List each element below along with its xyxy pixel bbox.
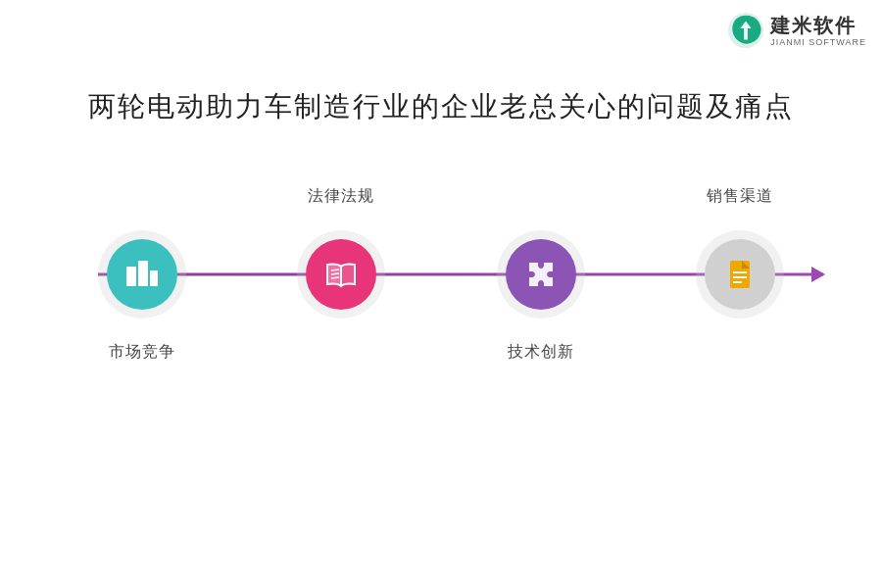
logo-text: 建米软件 JIANMI SOFTWARE [770,14,866,48]
svg-rect-6 [129,275,131,278]
circle-inner-sales [705,239,775,310]
svg-rect-10 [141,270,143,273]
svg-rect-3 [150,270,158,286]
timeline-item-law: 法律法规 [297,230,385,318]
circle-outer-market [98,230,186,318]
label-law: 法律法规 [308,186,374,207]
svg-line-15 [331,270,339,270]
logo-icon [727,12,764,49]
svg-rect-11 [145,270,147,273]
svg-rect-5 [133,270,135,273]
document-icon [722,257,758,292]
svg-rect-4 [129,270,131,273]
svg-line-17 [331,277,339,278]
circle-outer-sales [696,230,784,318]
circle-inner-tech [506,239,576,310]
circle-outer-law [297,230,385,318]
svg-rect-7 [133,275,135,278]
svg-line-16 [331,273,339,274]
puzzle-icon [523,257,559,292]
circle-inner-law [306,239,376,310]
page-title: 两轮电动助力车制造行业的企业老总关心的问题及痛点 [0,88,882,125]
circle-outer-tech [497,230,585,318]
svg-rect-8 [141,265,143,268]
label-sales: 销售渠道 [707,186,773,207]
timeline-item-sales: 销售渠道 [696,230,784,318]
label-market: 市场竞争 [109,342,175,363]
circle-inner-market [107,239,177,310]
logo-main-text: 建米软件 [770,14,866,37]
svg-rect-13 [145,276,147,279]
timeline-items: 市场竞争 [59,216,823,333]
label-tech: 技术创新 [508,342,574,363]
timeline: 市场竞争 [59,216,823,333]
book-icon [323,257,359,292]
svg-rect-9 [145,265,147,268]
svg-rect-12 [141,276,143,279]
buildings-icon [124,257,160,292]
logo: 建米软件 JIANMI SOFTWARE [727,12,866,49]
timeline-item-market: 市场竞争 [98,230,186,318]
timeline-item-tech: 技术创新 [497,230,585,318]
svg-rect-18 [730,261,750,288]
logo-sub-text: JIANMI SOFTWARE [770,37,866,48]
